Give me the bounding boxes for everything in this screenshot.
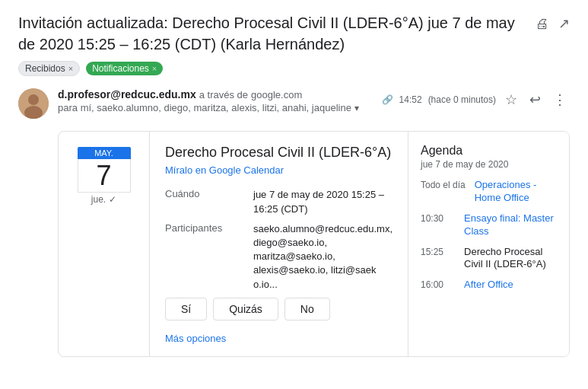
email-container: Invitación actualizada: Derecho Procesal… — [0, 0, 588, 369]
more-options-link[interactable]: Más opciones — [165, 333, 226, 344]
agenda-event-1[interactable]: Ensayo final: Master Class — [464, 212, 557, 238]
agenda-time-3: 16:00 — [421, 279, 455, 292]
clip-icon: 🔗 — [382, 94, 393, 105]
agenda-time-0: Todo el día — [421, 179, 466, 205]
sender-email[interactable]: d.profesor@redcuc.edu.mx — [58, 88, 196, 100]
agenda-item-3: 16:00 After Office — [421, 279, 557, 292]
agenda-title: Agenda — [421, 144, 557, 158]
rsvp-maybe-button[interactable]: Quizás — [213, 298, 278, 320]
sender-line: d.profesor@redcuc.edu.mx a través de goo… — [58, 88, 373, 100]
participants-row: Participantes saeko.alumno@redcuc.edu.mx… — [165, 222, 393, 292]
when-value: jue 7 de may de 2020 15:25 – 16:25 (CDT) — [253, 188, 393, 215]
print-icon[interactable]: 🖨 — [536, 16, 549, 32]
recipients-text: para mí, saeko.alumno, diego, maritza, a… — [58, 102, 351, 113]
agenda-event-3[interactable]: After Office — [464, 279, 513, 292]
more-icon[interactable]: ⋮ — [550, 88, 570, 111]
agenda-time-2: 15:25 — [421, 246, 455, 272]
agenda-item-2: 15:25 Derecho Procesal Civil II (LDER-6°… — [421, 246, 557, 272]
email-time-ago: (hace 0 minutos) — [428, 94, 496, 105]
svg-point-1 — [28, 94, 39, 105]
star-icon[interactable]: ☆ — [502, 88, 520, 111]
tag-notificaciones-close[interactable]: × — [152, 64, 157, 73]
agenda-item-0: Todo el día Operaciones - Home Office — [421, 179, 557, 205]
email-body-card: may. 7 jue. ✓ Derecho Procesal Civil II … — [58, 131, 570, 357]
tag-recibidos-close[interactable]: × — [68, 64, 73, 73]
avatar — [18, 88, 49, 119]
reply-icon[interactable]: ↩ — [526, 88, 544, 111]
tag-row: Recibidos × Notificaciones × — [18, 61, 570, 76]
sender-info: d.profesor@redcuc.edu.mx a través de goo… — [58, 88, 373, 113]
agenda-panel: Agenda jue 7 de may de 2020 Todo el día … — [408, 132, 569, 356]
tag-notificaciones[interactable]: Notificaciones × — [86, 62, 163, 75]
agenda-event-2: Derecho Procesal Civil II (LDER-6°A) — [464, 246, 557, 272]
email-time: 14:52 — [399, 94, 422, 105]
sender-domain: google.com — [251, 89, 302, 100]
event-details: Derecho Procesal Civil II (LDER-6°A) Mír… — [150, 132, 408, 356]
cal-month: may. — [78, 147, 131, 159]
calendar-date-widget: may. 7 jue. ✓ — [59, 132, 150, 356]
rsvp-yes-button[interactable]: Sí — [165, 298, 207, 320]
rsvp-buttons: Sí Quizás No — [165, 298, 393, 320]
avatar-icon — [18, 88, 49, 119]
calendar-link[interactable]: Míralo en Google Calendar — [165, 164, 393, 176]
recipients-line: para mí, saeko.alumno, diego, maritza, a… — [58, 102, 373, 113]
recipients-chevron[interactable]: ▾ — [354, 103, 359, 113]
participants-label: Participantes — [165, 222, 241, 292]
participants-value: saeko.alumno@redcuc.edu.mx, diego@saeko.… — [253, 222, 393, 292]
when-label: Cuándo — [165, 188, 241, 215]
agenda-time-1: 10:30 — [421, 212, 455, 238]
email-meta: 🔗 14:52 (hace 0 minutos) ☆ ↩ ⋮ — [382, 88, 570, 111]
agenda-item-1: 10:30 Ensayo final: Master Class — [421, 212, 557, 238]
email-header-top: Invitación actualizada: Derecho Procesal… — [18, 12, 570, 61]
calendar-card: may. 7 jue. ✓ Derecho Procesal Civil II … — [59, 132, 569, 356]
when-row: Cuándo jue 7 de may de 2020 15:25 – 16:2… — [165, 188, 393, 215]
rsvp-no-button[interactable]: No — [284, 298, 330, 320]
cal-day: 7 — [78, 159, 131, 193]
cal-weekday: jue. ✓ — [78, 194, 131, 205]
cal-check-icon: ✓ — [109, 194, 116, 205]
sender-via: a través de — [199, 89, 248, 100]
external-link-icon[interactable]: ↗ — [558, 15, 570, 32]
email-subject: Invitación actualizada: Derecho Procesal… — [18, 12, 523, 55]
tag-recibidos[interactable]: Recibidos × — [18, 61, 80, 76]
event-title: Derecho Procesal Civil II (LDER-6°A) — [165, 144, 393, 161]
agenda-date: jue 7 de may de 2020 — [421, 159, 557, 170]
agenda-event-0[interactable]: Operaciones - Home Office — [475, 179, 557, 205]
email-header: d.profesor@redcuc.edu.mx a través de goo… — [18, 88, 570, 119]
